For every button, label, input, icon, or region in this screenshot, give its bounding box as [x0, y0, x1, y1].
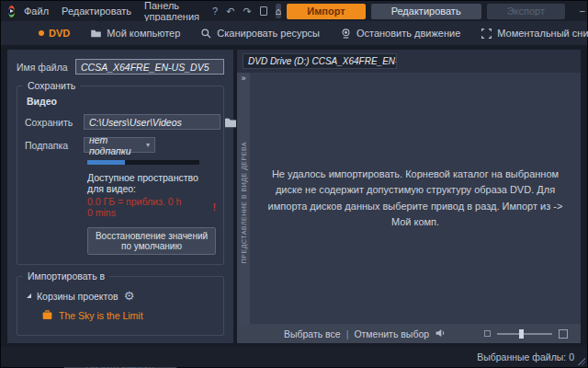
menu-edit[interactable]: Редактировать — [62, 6, 131, 17]
gear-icon[interactable]: ⚙ — [124, 290, 135, 302]
tab-my-computer-label: Мой компьютер — [107, 28, 180, 39]
restore-defaults-button[interactable]: Восстановление значений по умолчанию — [87, 227, 216, 255]
subfolder-dropdown[interactable]: нет подпапки ▾ — [84, 137, 155, 153]
zoom-out-icon[interactable] — [484, 330, 491, 337]
tab-dvd-label: DVD — [49, 28, 70, 39]
filename-input[interactable] — [75, 59, 224, 75]
subfolder-row: Подпапка нет подпапки ▾ — [25, 137, 216, 153]
disk-space-progress-fill — [87, 160, 125, 165]
space-value: 0.0 ГБ = приблиз. 0 h 0 mins — [87, 196, 182, 218]
zoom-slider-thumb[interactable] — [519, 329, 524, 339]
main-content: Имя файла Сохранить Видео Сохранить Подп… — [1, 45, 587, 347]
tab-stop-motion[interactable]: Остановить движение — [330, 21, 470, 45]
undo-icon[interactable]: ↶ — [226, 6, 234, 17]
tab-stop-motion-label: Остановить движение — [356, 28, 460, 39]
edit-mode-button[interactable]: Редактировать — [371, 4, 481, 19]
dvd-disc-icon — [39, 30, 44, 36]
link-separator: | — [346, 328, 349, 339]
speaker-icon[interactable] — [435, 328, 447, 340]
media-preview-area: Не удалось импортировать. Корневой катал… — [250, 73, 581, 324]
menu-control-panel[interactable]: Панель управления — [144, 0, 199, 22]
tree-view-strip[interactable]: » ПРЕДСТАВЛЕНИЕ В ВИДЕ ДЕРЕВА — [237, 73, 250, 324]
deselect-all-link[interactable]: Отменить выбор — [354, 328, 429, 339]
app-logo-icon — [8, 6, 15, 17]
bin-name: The Sky is the Limit — [59, 310, 143, 321]
video-section-label: Видео — [27, 96, 216, 107]
filename-row: Имя файла — [17, 59, 224, 75]
browser-footer: Выбрать все | Отменить выбор — [237, 324, 581, 343]
help-icon[interactable]: ? — [212, 6, 218, 17]
tab-scan-assets-label: Сканировать ресурсы — [217, 28, 320, 39]
import-error-message: Не удалось импортировать. Корневой катал… — [266, 167, 564, 229]
search-icon — [200, 28, 212, 40]
tab-scan-assets[interactable]: Сканировать ресурсы — [190, 21, 330, 45]
menu-file[interactable]: Файл — [24, 6, 49, 17]
tab-dvd[interactable]: DVD — [28, 21, 80, 45]
save-groupbox: Сохранить Видео Сохранить Подпапка нет п… — [17, 86, 224, 265]
resize-grip[interactable] — [577, 357, 585, 365]
tab-snapshot[interactable]: Моментальный снимок — [470, 21, 588, 45]
space-info: Доступное пространство для видео: 0.0 ГБ… — [87, 160, 216, 255]
import-mode-button[interactable]: Импорт — [287, 4, 365, 19]
media-browser-panel: DVD Drive (D:) CCSA_X64FRE_EN-US_ ▾ » ПР… — [237, 50, 581, 343]
drive-value: DVD Drive (D:) CCSA_X64FRE_EN-US_ — [248, 56, 397, 66]
thumbnail-zoom-control — [484, 329, 568, 339]
bin-icon — [41, 309, 53, 322]
folder-icon — [90, 28, 102, 40]
drive-dropdown[interactable]: DVD Drive (D:) CCSA_X64FRE_EN-US_ ▾ — [243, 53, 397, 69]
browse-folder-icon[interactable] — [224, 115, 237, 130]
titlebar: Файл Редактировать Панель управления ? ↶… — [1, 1, 587, 21]
project-bins-node[interactable]: Корзины проектов ⚙ — [27, 290, 216, 302]
selected-files-count: Выбранные файлы: 0 — [477, 351, 574, 362]
home-button[interactable]: ⌂ — [276, 4, 282, 18]
selection-controls: Выбрать все | Отменить выбор — [284, 328, 447, 340]
project-bins-label: Корзины проектов — [37, 291, 119, 302]
drive-header: DVD Drive (D:) CCSA_X64FRE_EN-US_ ▾ — [237, 50, 581, 73]
document-icon[interactable] — [260, 6, 267, 17]
import-to-legend: Импортировать в — [23, 270, 109, 282]
filename-label: Имя файла — [17, 62, 75, 73]
space-value-row: 0.0 ГБ = приблиз. 0 h 0 mins ! — [87, 196, 216, 218]
tree-view-label: ПРЕДСТАВЛЕНИЕ В ВИДЕ ДЕРЕВА — [241, 142, 247, 263]
subfolder-value: нет подпапки — [89, 134, 146, 156]
import-source-tabbar: DVD Мой компьютер Сканировать ресурсы Ос… — [1, 21, 587, 45]
chevron-down-icon: ▾ — [146, 141, 150, 149]
disk-space-progressbar — [87, 160, 199, 165]
tab-my-computer[interactable]: Мой компьютер — [80, 21, 190, 45]
project-bin-item[interactable]: The Sky is the Limit — [41, 309, 216, 322]
tree-expand-icon[interactable] — [27, 293, 31, 298]
import-to-groupbox: Импортировать в Корзины проектов ⚙ The S… — [17, 276, 224, 336]
redo-icon[interactable]: ↷ — [243, 6, 251, 17]
save-path-row: Сохранить — [25, 114, 216, 130]
save-path-input[interactable] — [84, 114, 220, 130]
export-mode-button[interactable]: Экспорт — [487, 4, 565, 19]
tab-snapshot-label: Моментальный снимок — [497, 28, 588, 39]
subfolder-label: Подпапка — [25, 140, 84, 151]
space-available-label: Доступное пространство для видео: — [87, 172, 216, 194]
import-settings-panel: Имя файла Сохранить Видео Сохранить Подп… — [7, 50, 233, 343]
warning-icon: ! — [213, 201, 217, 213]
save-path-label: Сохранить — [25, 117, 84, 128]
app-window: Файл Редактировать Панель управления ? ↶… — [0, 0, 588, 368]
browser-body: » ПРЕДСТАВЛЕНИЕ В ВИДЕ ДЕРЕВА Не удалось… — [237, 73, 581, 324]
expand-tree-icon[interactable]: » — [241, 75, 245, 83]
save-legend: Сохранить — [23, 80, 80, 91]
statusbar: Выбранные файлы: 0 — [1, 347, 587, 367]
select-all-link[interactable]: Выбрать все — [284, 328, 341, 339]
zoom-in-icon[interactable] — [559, 329, 568, 339]
minimize-button[interactable]: – — [580, 6, 585, 16]
frame-brackets-icon — [481, 28, 492, 40]
zoom-slider[interactable] — [497, 333, 552, 335]
webcam-icon — [340, 28, 352, 40]
